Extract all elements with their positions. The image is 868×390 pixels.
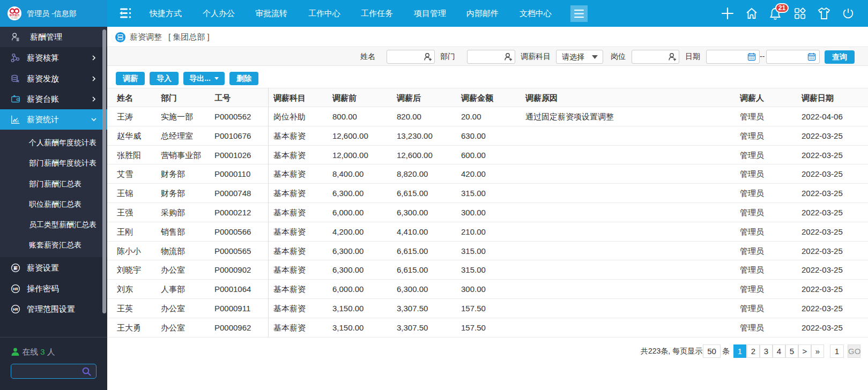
svg-text:华天动力: 华天动力 <box>9 13 19 17</box>
svg-text:薪: 薪 <box>13 266 18 271</box>
svg-text:HR: HR <box>13 287 18 290</box>
svg-text:POWER: POWER <box>11 17 18 19</box>
svg-text:HR: HR <box>13 307 18 311</box>
